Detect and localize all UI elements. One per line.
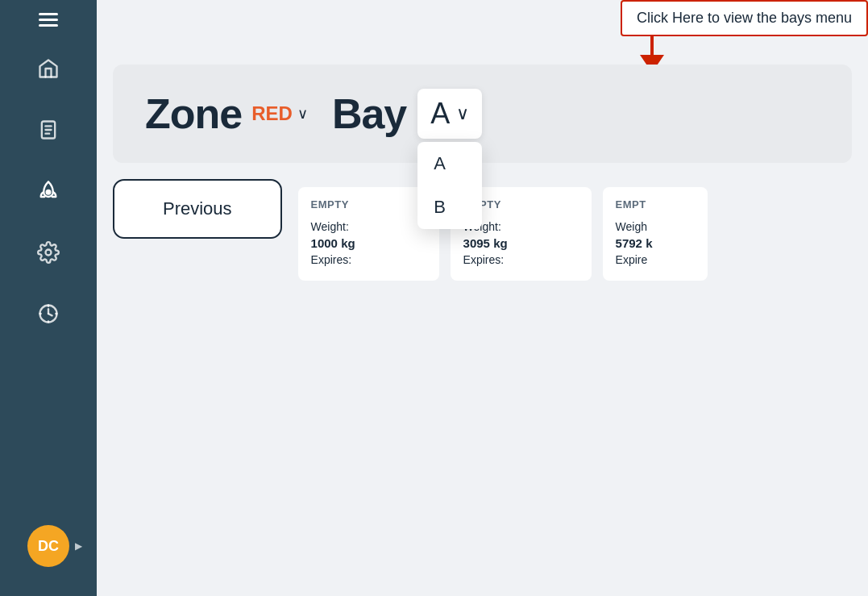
sidebar-item-timer[interactable]: [29, 294, 68, 333]
card-2-weight-value: 3095 kg: [463, 236, 579, 250]
card-1-status: EMPTY: [311, 198, 426, 210]
bay-dropdown-menu: A B: [417, 142, 482, 229]
card-3-weight-value: 5792 k: [616, 236, 695, 250]
card-3-weight-label: Weigh: [616, 220, 695, 233]
card-1-weight-value: 1000 kg: [311, 236, 426, 250]
dropdown-item-b[interactable]: B: [417, 185, 482, 229]
avatar[interactable]: DC: [27, 525, 69, 567]
sidebar-nav: [29, 49, 68, 525]
sidebar-item-list[interactable]: [29, 110, 68, 149]
sidebar: DC ▶: [0, 0, 97, 596]
card-3: EMPT Weigh 5792 k Expire: [603, 187, 708, 281]
cards-container: EMPTY Weight: 1000 kg Expires: EMPTY Wei…: [298, 179, 852, 281]
cards-row: EMPTY Weight: 1000 kg Expires: EMPTY Wei…: [298, 187, 852, 281]
svg-point-5: [46, 250, 52, 256]
bottom-section: Previous EMPTY Weight: 1000 kg Expires: …: [97, 163, 868, 281]
sidebar-item-settings[interactable]: [29, 233, 68, 272]
zone-chevron-icon[interactable]: ∨: [297, 105, 308, 123]
card-2-expires-label: Expires:: [463, 253, 579, 266]
zone-bay-section: Zone RED ∨ Bay A ∨ A B: [113, 65, 852, 163]
callout-box: Click Here to view the bays menu: [621, 0, 868, 36]
previous-button[interactable]: Previous: [113, 179, 282, 239]
svg-point-4: [47, 190, 51, 194]
sidebar-item-rocket[interactable]: [29, 172, 68, 210]
bay-selector[interactable]: A ∨ A B: [417, 89, 482, 139]
card-3-status: EMPT: [616, 198, 695, 210]
sidebar-item-home[interactable]: [29, 49, 68, 88]
card-3-expires-label: Expire: [616, 253, 695, 266]
bay-chevron-icon[interactable]: ∨: [456, 103, 469, 124]
card-1-weight-label: Weight:: [311, 220, 426, 233]
bay-selected-value: A: [430, 97, 450, 131]
callout-area: Click Here to view the bays menu: [97, 0, 868, 13]
menu-icon[interactable]: [39, 13, 58, 27]
card-1-expires-label: Expires:: [311, 253, 426, 266]
main-content: Click Here to view the bays menu Zone RE…: [97, 0, 868, 596]
dropdown-item-a[interactable]: A: [417, 142, 482, 185]
avatar-arrow-icon: ▶: [75, 540, 82, 552]
